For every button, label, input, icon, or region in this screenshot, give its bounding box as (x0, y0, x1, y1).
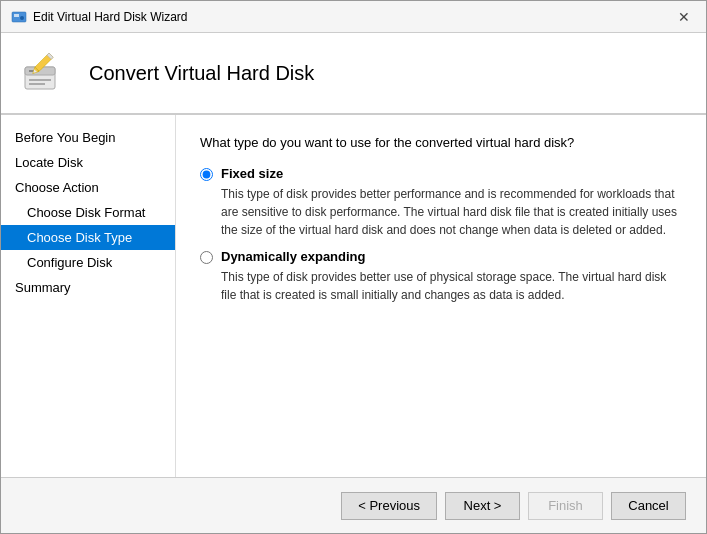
cancel-button[interactable]: Cancel (611, 492, 686, 520)
title-bar-title: Edit Virtual Hard Disk Wizard (33, 10, 188, 24)
svg-rect-1 (14, 14, 19, 17)
close-button[interactable]: ✕ (672, 8, 696, 26)
sidebar-item-configure-disk[interactable]: Configure Disk (1, 250, 175, 275)
title-bar-icon (11, 9, 27, 25)
sidebar-item-choose-disk-type[interactable]: Choose Disk Type (1, 225, 175, 250)
wizard-window: Edit Virtual Hard Disk Wizard ✕ Convert … (0, 0, 707, 534)
radio-desc-dynamically-expanding: This type of disk provides better use of… (221, 268, 682, 304)
wizard-header: Convert Virtual Hard Disk (1, 33, 706, 115)
wizard-header-icon (21, 47, 73, 99)
radio-title-fixed-size: Fixed size (221, 166, 682, 181)
main-question: What type do you want to use for the con… (200, 135, 682, 150)
radio-dynamically-expanding[interactable] (200, 251, 213, 264)
radio-title-dynamically-expanding: Dynamically expanding (221, 249, 682, 264)
label-group-dynamically-expanding: Dynamically expandingThis type of disk p… (221, 249, 682, 304)
radio-fixed-size[interactable] (200, 168, 213, 181)
header-title: Convert Virtual Hard Disk (89, 62, 314, 85)
footer: < Previous Next > Finish Cancel (1, 477, 706, 533)
radio-desc-fixed-size: This type of disk provides better perfor… (221, 185, 682, 239)
svg-point-2 (20, 16, 24, 20)
sidebar-item-summary[interactable]: Summary (1, 275, 175, 300)
radio-option-fixed-size: Fixed sizeThis type of disk provides bet… (200, 166, 682, 239)
disk-type-radio-group: Fixed sizeThis type of disk provides bet… (200, 166, 682, 304)
sidebar: Before You BeginLocate DiskChoose Action… (1, 115, 176, 477)
title-bar: Edit Virtual Hard Disk Wizard ✕ (1, 1, 706, 33)
sidebar-item-locate-disk[interactable]: Locate Disk (1, 150, 175, 175)
svg-rect-7 (29, 83, 45, 85)
radio-option-dynamically-expanding: Dynamically expandingThis type of disk p… (200, 249, 682, 304)
label-group-fixed-size: Fixed sizeThis type of disk provides bet… (221, 166, 682, 239)
sidebar-item-choose-disk-format[interactable]: Choose Disk Format (1, 200, 175, 225)
next-button[interactable]: Next > (445, 492, 520, 520)
title-bar-left: Edit Virtual Hard Disk Wizard (11, 9, 188, 25)
previous-button[interactable]: < Previous (341, 492, 437, 520)
sidebar-item-choose-action[interactable]: Choose Action (1, 175, 175, 200)
svg-rect-6 (29, 79, 51, 81)
content-area: Before You BeginLocate DiskChoose Action… (1, 115, 706, 477)
finish-button[interactable]: Finish (528, 492, 603, 520)
sidebar-item-before-you-begin[interactable]: Before You Begin (1, 125, 175, 150)
main-content: What type do you want to use for the con… (176, 115, 706, 477)
